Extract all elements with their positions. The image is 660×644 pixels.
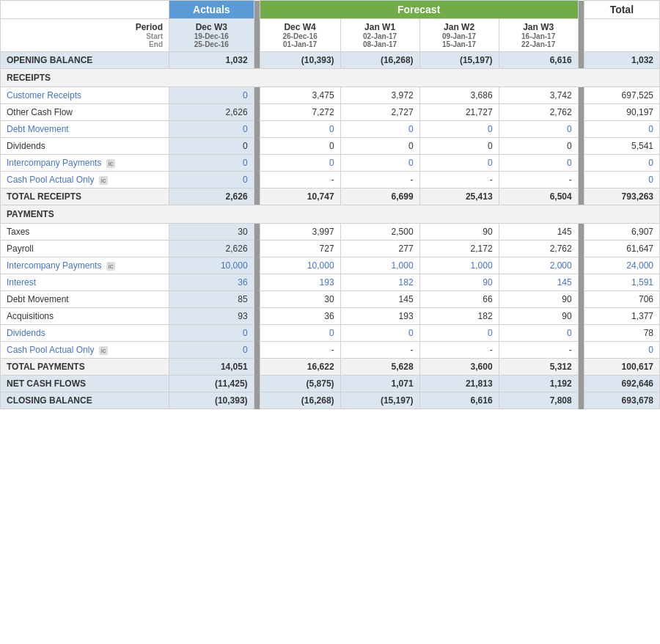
dec-w3-cell: 1,032 xyxy=(169,52,254,69)
row-separator-2 xyxy=(578,359,584,376)
row-label: Dividends xyxy=(1,138,169,155)
row-separator xyxy=(254,241,260,257)
janW1-cell: 1,071 xyxy=(340,376,419,392)
decW4-cell: 16,622 xyxy=(260,359,340,376)
table-row: Intercompany Payments ic10,00010,0001,00… xyxy=(1,257,660,274)
janW2-cell: - xyxy=(419,172,499,189)
row-separator-2 xyxy=(578,257,584,274)
total-cell: 5,541 xyxy=(584,138,659,155)
row-separator-2 xyxy=(578,52,584,69)
janW3-cell: 6,616 xyxy=(499,52,578,69)
dec-w3-cell: 2,626 xyxy=(169,189,254,205)
total-cell: 0 xyxy=(584,172,659,189)
separator-4 xyxy=(578,19,584,52)
row-separator-2 xyxy=(578,308,584,325)
row-separator-2 xyxy=(578,376,584,392)
total-cell: 90,197 xyxy=(584,104,659,121)
janW2-cell: 182 xyxy=(419,308,499,325)
janW2-cell: (15,197) xyxy=(419,52,499,69)
total-cell: 706 xyxy=(584,291,659,308)
janW3-cell: 145 xyxy=(499,224,578,241)
janW1-cell: (16,268) xyxy=(340,52,419,69)
row-separator-2 xyxy=(578,224,584,241)
table-row: Debt Movement000000 xyxy=(1,121,660,138)
table-row: Cash Pool Actual Only ic0----0 xyxy=(1,342,660,359)
jan-w1-start: 02-Jan-17 xyxy=(347,32,414,40)
table-row: Dividends000005,541 xyxy=(1,138,660,155)
dec-w4-end: 01-Jan-17 xyxy=(266,40,334,48)
dec-w4-header: Dec W4 26-Dec-16 01-Jan-17 xyxy=(260,19,340,52)
row-separator-2 xyxy=(578,241,584,257)
janW2-cell: 90 xyxy=(419,224,499,241)
header-group-row: Actuals Forecast Total xyxy=(1,1,660,19)
decW4-cell: 0 xyxy=(260,121,340,138)
period-header-cell xyxy=(1,1,169,19)
decW4-cell: - xyxy=(260,172,340,189)
row-separator-2 xyxy=(578,189,584,205)
actuals-group-header: Actuals xyxy=(169,1,254,19)
total-cell: 1,032 xyxy=(584,52,659,69)
dec-w3-cell: 0 xyxy=(169,172,254,189)
table-row: Taxes303,9972,500901456,907 xyxy=(1,224,660,241)
janW3-cell: 2,000 xyxy=(499,257,578,274)
dec-w3-cell: 0 xyxy=(169,325,254,342)
cash-flow-table: Actuals Forecast Total Period Start End … xyxy=(0,0,660,409)
row-label: Intercompany Payments ic xyxy=(1,257,169,274)
decW4-cell: 727 xyxy=(260,241,340,257)
decW4-cell: 0 xyxy=(260,155,340,172)
table-row: CLOSING BALANCE(10,393)(16,268)(15,197)6… xyxy=(1,392,660,409)
total-cell: 78 xyxy=(584,325,659,342)
janW2-cell: 3,600 xyxy=(419,359,499,376)
dec-w3-cell: (10,393) xyxy=(169,392,254,409)
decW4-cell: 3,997 xyxy=(260,224,340,241)
janW2-cell: 3,686 xyxy=(419,87,499,104)
table-row: Acquisitions9336193182901,377 xyxy=(1,308,660,325)
table-row: PAYMENTS xyxy=(1,205,660,224)
table-row: TOTAL RECEIPTS2,62610,7476,69925,4136,50… xyxy=(1,189,660,205)
row-label: TOTAL RECEIPTS xyxy=(1,189,169,205)
row-label: OPENING BALANCE xyxy=(1,52,169,69)
row-label: Intercompany Payments ic xyxy=(1,155,169,172)
total-cell: 0 xyxy=(584,121,659,138)
janW2-cell: 0 xyxy=(419,138,499,155)
decW4-cell: 193 xyxy=(260,274,340,291)
janW2-cell: 25,413 xyxy=(419,189,499,205)
total-header xyxy=(584,19,659,52)
table-row: Dividends0000078 xyxy=(1,325,660,342)
janW3-cell: - xyxy=(499,342,578,359)
total-cell: 6,907 xyxy=(584,224,659,241)
dec-w4-label: Dec W4 xyxy=(266,22,334,32)
janW2-cell: 0 xyxy=(419,121,499,138)
janW1-cell: 0 xyxy=(340,138,419,155)
jan-w3-start: 16-Jan-17 xyxy=(505,32,572,40)
janW2-cell: 2,172 xyxy=(419,241,499,257)
janW1-cell: 3,972 xyxy=(340,87,419,104)
jan-w2-header: Jan W2 09-Jan-17 15-Jan-17 xyxy=(419,19,499,52)
row-separator xyxy=(254,155,260,172)
total-cell: 1,377 xyxy=(584,308,659,325)
total-cell: 0 xyxy=(584,155,659,172)
dec-w3-cell: 0 xyxy=(169,87,254,104)
jan-w2-label: Jan W2 xyxy=(426,22,493,32)
dec-w3-cell: 2,626 xyxy=(169,241,254,257)
decW4-cell: 3,475 xyxy=(260,87,340,104)
row-separator xyxy=(254,172,260,189)
jan-w2-start: 09-Jan-17 xyxy=(426,32,493,40)
table-row: RECEIPTS xyxy=(1,69,660,87)
janW1-cell: 5,628 xyxy=(340,359,419,376)
table-row: NET CASH FLOWS(11,425)(5,875)1,07121,813… xyxy=(1,376,660,392)
janW1-cell: 182 xyxy=(340,274,419,291)
janW1-cell: 193 xyxy=(340,308,419,325)
dec-w3-cell: (11,425) xyxy=(169,376,254,392)
table-row: Customer Receipts03,4753,9723,6863,74269… xyxy=(1,87,660,104)
jan-w1-end: 08-Jan-17 xyxy=(347,40,414,48)
table-row: Interest36193182901451,591 xyxy=(1,274,660,291)
row-label: Debt Movement xyxy=(1,291,169,308)
forecast-group-header: Forecast xyxy=(260,1,578,19)
row-separator xyxy=(254,52,260,69)
row-separator xyxy=(254,359,260,376)
row-label: CLOSING BALANCE xyxy=(1,392,169,409)
row-label: TOTAL PAYMENTS xyxy=(1,359,169,376)
period-label: Period Start End xyxy=(1,19,169,52)
janW3-cell: 0 xyxy=(499,121,578,138)
